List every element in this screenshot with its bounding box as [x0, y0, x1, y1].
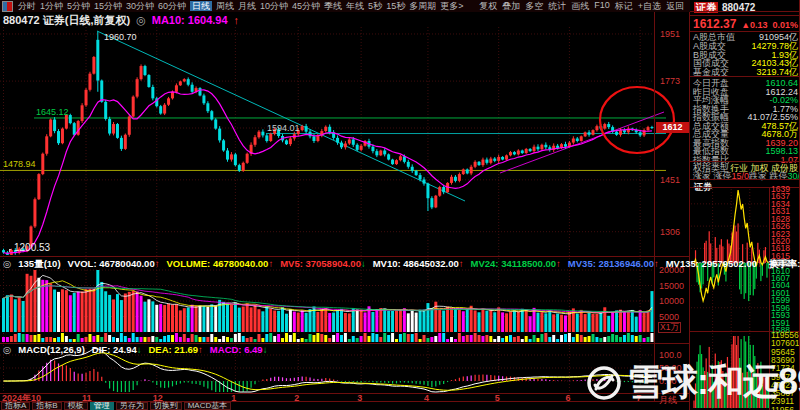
period-item-16[interactable]: 更多>: [440, 1, 463, 11]
chart-title-line: 880472 证券(日线,前复权) ◎ MA10: 1604.94 ↑: [3, 13, 239, 28]
hline-label-cyan: 1594.01: [267, 124, 300, 133]
trend-arrow-icon: ↓: [361, 258, 366, 269]
tool-item-5[interactable]: F10: [594, 0, 610, 13]
indicator-name: 135量(10): [18, 258, 60, 271]
period-item-8[interactable]: 月线: [238, 1, 256, 11]
tool-item-4[interactable]: 画线: [571, 0, 589, 13]
trend-arrow-icon: ↑: [198, 344, 203, 355]
bottom-tab-6[interactable]: MACD基本: [184, 402, 232, 410]
period-item-12[interactable]: 年线: [346, 1, 364, 11]
macd-indicator-header: ◎MACD(12,26,9)DIF: 24.94↓DEA: 21.69↑MACD…: [3, 344, 267, 355]
indicator-value-1: DEA: 21.69↑: [148, 344, 202, 355]
period-item-9[interactable]: 10分钟: [260, 1, 288, 11]
tool-item-2[interactable]: 多空: [525, 0, 543, 13]
symbol-title: 880472 证券(日线,前复权): [3, 13, 130, 28]
y-axis-label-2: 1451: [660, 176, 680, 185]
trend-arrow-icon: ↑: [757, 258, 762, 269]
tool-item-6[interactable]: 标记: [615, 0, 633, 13]
y-axis-label-0: 1951: [660, 30, 680, 39]
ma10-arrow: ↑: [234, 14, 240, 26]
bottom-tab-1[interactable]: 指标B: [32, 402, 61, 410]
vol-axis-label-3: 5000: [659, 313, 679, 322]
indicator-value-0: VVOL: 46780040.00↑: [68, 258, 160, 271]
main-chart-pane[interactable]: [0, 26, 655, 256]
bottom-tab-3[interactable]: 管理: [90, 402, 114, 410]
bottom-tab-bar: 指标A指标B模板管理另存为切换到MACD基本: [1, 402, 231, 410]
bottom-tab-4[interactable]: 另存为: [116, 402, 148, 410]
hline-label-yellow: 1478.94: [3, 160, 36, 169]
ma10-label: MA10: 1604.94: [152, 14, 228, 26]
indicator-value-2: MV5: 37058904.00↓: [280, 258, 366, 271]
bottom-tab-2[interactable]: 模板: [64, 402, 88, 410]
app-window: 分时1分钟5分钟15分钟30分钟60分钟日线周线月线10分钟45分钟季线年线5秒…: [0, 0, 800, 410]
trend-arrow-icon: ↑: [155, 258, 160, 269]
period-item-10[interactable]: 45分钟: [292, 1, 320, 11]
quote-panel: 证券 880472 1612.37 ▲0.13 0.01% 证券 A股总市值91…: [690, 0, 800, 410]
indicator-value-6: MV135: 29579502.00↑: [666, 258, 762, 271]
watermark-text: 雪球:和远898: [627, 358, 800, 407]
period-item-2[interactable]: 5分钟: [67, 1, 90, 11]
xueqiu-logo-icon: [586, 365, 622, 401]
tool-item-1[interactable]: 叠加: [502, 0, 520, 13]
current-price-tag: 1612: [656, 122, 689, 133]
price-change-pct: 0.01%: [772, 20, 798, 30]
trend-arrow-icon: ↑: [268, 258, 273, 269]
bottom-tab-5[interactable]: 切换到: [150, 402, 182, 410]
watermark: 雪球:和远898: [586, 358, 800, 407]
y-axis-label-1: 1773: [660, 77, 680, 86]
hline-label-green: 1645.12: [36, 108, 69, 117]
period-item-15[interactable]: 多周期: [409, 1, 436, 11]
tool-item-0[interactable]: 复权: [479, 0, 497, 13]
tool-list: 复权叠加多空统计画线F10标记+自选返回: [479, 0, 684, 13]
trend-arrow-icon: ↓: [263, 344, 268, 355]
low-price-label: 1200.53: [14, 243, 50, 252]
period-toolbar: 分时1分钟5分钟15分钟30分钟60分钟日线周线月线10分钟45分钟季线年线5秒…: [0, 0, 690, 12]
indicator-value-5: MV35: 28136946.00↑: [568, 258, 659, 271]
volume-unit-label: X1万: [658, 322, 681, 333]
last-price: 1612.37: [693, 17, 736, 31]
indicator-value-7: 换手率: 1.77↑: [769, 258, 800, 271]
trend-arrow-icon: ↑: [556, 258, 561, 269]
indicator-value-4: MV24: 34118500.00↑: [471, 258, 561, 271]
indicator-value-0: DIF: 24.94↓: [92, 344, 142, 355]
trend-arrow-icon: ↑: [654, 258, 659, 269]
bottom-tab-0[interactable]: 指标A: [1, 402, 30, 410]
indicator-dot-icon[interactable]: ◎: [3, 258, 11, 271]
period-item-3[interactable]: 15分钟: [94, 1, 122, 11]
period-item-1[interactable]: 1分钟: [40, 1, 63, 11]
period-item-11[interactable]: 季线: [324, 1, 342, 11]
vol-axis-label-1: 15000: [659, 282, 684, 291]
vol-axis-label-2: 10000: [659, 297, 684, 306]
period-item-0[interactable]: 分时: [18, 1, 36, 11]
period-item-6[interactable]: 日线: [190, 1, 212, 11]
trend-arrow-icon: ↑: [459, 258, 464, 269]
period-item-14[interactable]: 15秒: [386, 1, 405, 11]
indicator-name: MACD(12,26,9): [18, 344, 85, 355]
period-item-7[interactable]: 周线: [216, 1, 234, 11]
indicator-value-3: MV10: 48645032.00↑: [373, 258, 464, 271]
trend-arrow-icon: ↓: [137, 344, 142, 355]
volume-indicator-header: ◎135量(10)VVOL: 46780040.00↑VOLUME: 46780…: [3, 258, 800, 271]
indicator-toggle-icon[interactable]: ◎: [136, 14, 146, 27]
tool-item-8[interactable]: 返回: [666, 0, 684, 13]
peak-price-label: 1960.70: [104, 33, 137, 42]
period-item-4[interactable]: 30分钟: [126, 1, 154, 11]
tool-item-3[interactable]: 统计: [548, 0, 566, 13]
y-axis-label-3: 1306: [660, 228, 680, 237]
tool-item-7[interactable]: +自选: [638, 0, 661, 13]
period-list: 分时1分钟5分钟15分钟30分钟60分钟日线周线月线10分钟45分钟季线年线5秒…: [16, 0, 465, 13]
app-grid-icon[interactable]: [2, 1, 13, 12]
indicator-dot-icon[interactable]: ◎: [3, 344, 11, 355]
indicator-value-1: VOLUME: 46780040.00↑: [166, 258, 273, 271]
price-change: ▲0.13: [741, 20, 767, 30]
period-item-5[interactable]: 60分钟: [158, 1, 186, 11]
price-row: 1612.37 ▲0.13 0.01%: [693, 17, 798, 31]
period-item-13[interactable]: 5秒: [368, 1, 382, 11]
indicator-value-2: MACD: 6.49↓: [210, 344, 268, 355]
